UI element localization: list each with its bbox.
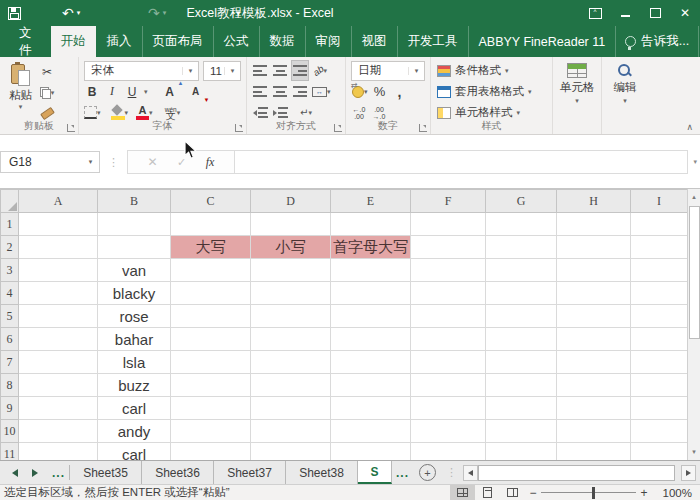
accounting-format-button[interactable]: ▾ — [351, 82, 368, 101]
cell-G6[interactable] — [486, 328, 557, 351]
sheet-tab-sheet36[interactable]: Sheet36 — [142, 461, 214, 484]
tab-公式[interactable]: 公式 — [213, 26, 259, 57]
new-sheet-button[interactable]: + — [419, 464, 436, 481]
column-header-C[interactable]: C — [171, 190, 251, 213]
cell-A4[interactable] — [19, 282, 98, 305]
cell-I3[interactable] — [631, 259, 688, 282]
cell-E3[interactable] — [331, 259, 411, 282]
cell-E11[interactable] — [331, 443, 411, 461]
cell-E10[interactable] — [331, 420, 411, 443]
cell-G8[interactable] — [486, 374, 557, 397]
sheet-tab-sheet35[interactable]: Sheet35 — [70, 461, 142, 484]
paste-button[interactable]: 粘贴 ▾ — [2, 60, 39, 123]
tabbar-grip[interactable]: ⋮ — [446, 466, 457, 479]
row-header-11[interactable]: 11 — [1, 443, 19, 461]
tab-开发工具[interactable]: 开发工具 — [397, 26, 468, 57]
active-sheet-tab[interactable]: S — [358, 461, 392, 484]
percent-button[interactable]: % — [372, 82, 388, 101]
view-page-break-button[interactable] — [500, 485, 525, 500]
align-right-button[interactable] — [292, 82, 308, 101]
cell-D1[interactable] — [251, 213, 331, 236]
zoom-slider[interactable] — [541, 487, 636, 499]
cell-G10[interactable] — [486, 420, 557, 443]
vertical-scrollbar[interactable]: ▴ ▾ — [687, 189, 700, 460]
cell-H10[interactable] — [557, 420, 631, 443]
collapse-ribbon-button[interactable]: ∧ — [686, 122, 693, 132]
orientation-button[interactable]: ab▾ — [312, 61, 328, 80]
cell-G11[interactable] — [486, 443, 557, 461]
column-header-B[interactable]: B — [98, 190, 171, 213]
font-dialog-launcher[interactable] — [235, 124, 243, 132]
cell-H5[interactable] — [557, 305, 631, 328]
close-button[interactable]: ✕ — [670, 0, 700, 26]
cell-D8[interactable] — [251, 374, 331, 397]
editing-button[interactable]: 编辑 ▾ — [604, 60, 646, 105]
cell-I1[interactable] — [631, 213, 688, 236]
cell-C11[interactable] — [171, 443, 251, 461]
align-top-button[interactable] — [252, 61, 268, 80]
cell-D6[interactable] — [251, 328, 331, 351]
cell-I10[interactable] — [631, 420, 688, 443]
cell-D11[interactable] — [251, 443, 331, 461]
tab-插入[interactable]: 插入 — [96, 26, 142, 57]
cell-C10[interactable] — [171, 420, 251, 443]
comma-button[interactable]: , — [392, 82, 408, 101]
cell-C3[interactable] — [171, 259, 251, 282]
ribbon-display-options-button[interactable]: ˄ — [580, 0, 610, 26]
cell-H2[interactable] — [557, 236, 631, 259]
merge-center-button[interactable]: ↔▾ — [312, 82, 331, 101]
tab-ABBYY FineReader 11[interactable]: ABBYY FineReader 11 — [468, 26, 616, 57]
cell-I5[interactable] — [631, 305, 688, 328]
font-name-select[interactable]: 宋体▾ — [84, 61, 199, 81]
bold-button[interactable]: B — [84, 82, 100, 101]
underline-button[interactable]: U — [124, 82, 140, 101]
grow-font-button[interactable]: A▲ — [162, 82, 178, 101]
sheets-overflow-left[interactable]: ... — [48, 461, 69, 484]
cell-I6[interactable] — [631, 328, 688, 351]
row-header-3[interactable]: 3 — [1, 259, 19, 282]
conditional-formatting-button[interactable]: 条件格式▾ — [433, 60, 550, 81]
formula-input[interactable] — [235, 150, 688, 174]
cell-C4[interactable] — [171, 282, 251, 305]
scroll-sheets-right-button[interactable] — [32, 469, 38, 477]
save-button[interactable] — [8, 0, 21, 26]
cell-H8[interactable] — [557, 374, 631, 397]
scroll-down-icon[interactable]: ▾ — [688, 444, 700, 460]
tab-视图[interactable]: 视图 — [351, 26, 397, 57]
format-as-table-button[interactable]: 套用表格格式▾ — [433, 81, 550, 102]
cell-H9[interactable] — [557, 397, 631, 420]
maximize-button[interactable] — [640, 0, 670, 26]
copy-button[interactable]: ▾ — [39, 83, 55, 102]
cell-D2[interactable]: 小写 — [251, 236, 331, 259]
cell-E2[interactable]: 首字母大写 — [331, 236, 411, 259]
cell-F10[interactable] — [411, 420, 486, 443]
cell-I8[interactable] — [631, 374, 688, 397]
cell-I7[interactable] — [631, 351, 688, 374]
align-left-button[interactable] — [252, 82, 268, 101]
cell-F4[interactable] — [411, 282, 486, 305]
zoom-slider-thumb[interactable] — [592, 487, 595, 499]
row-header-1[interactable]: 1 — [1, 213, 19, 236]
cell-B4[interactable]: blacky — [98, 282, 171, 305]
number-dialog-launcher[interactable] — [419, 124, 427, 132]
cell-C8[interactable] — [171, 374, 251, 397]
cell-A6[interactable] — [19, 328, 98, 351]
cell-G2[interactable] — [486, 236, 557, 259]
cell-C1[interactable] — [171, 213, 251, 236]
cell-F9[interactable] — [411, 397, 486, 420]
cell-I11[interactable] — [631, 443, 688, 461]
cell-C2[interactable]: 大写 — [171, 236, 251, 259]
cell-F11[interactable] — [411, 443, 486, 461]
cell-A5[interactable] — [19, 305, 98, 328]
zoom-out-button[interactable]: − — [525, 486, 541, 500]
cell-G1[interactable] — [486, 213, 557, 236]
cancel-button[interactable]: ✕ — [148, 155, 158, 169]
tell-me-button[interactable]: 告诉我... — [615, 26, 698, 57]
horizontal-scrollbar-thumb[interactable] — [478, 465, 675, 481]
align-bottom-button[interactable] — [292, 61, 308, 80]
cell-G4[interactable] — [486, 282, 557, 305]
cell-I9[interactable] — [631, 397, 688, 420]
cell-E9[interactable] — [331, 397, 411, 420]
column-header-E[interactable]: E — [331, 190, 411, 213]
cell-E4[interactable] — [331, 282, 411, 305]
